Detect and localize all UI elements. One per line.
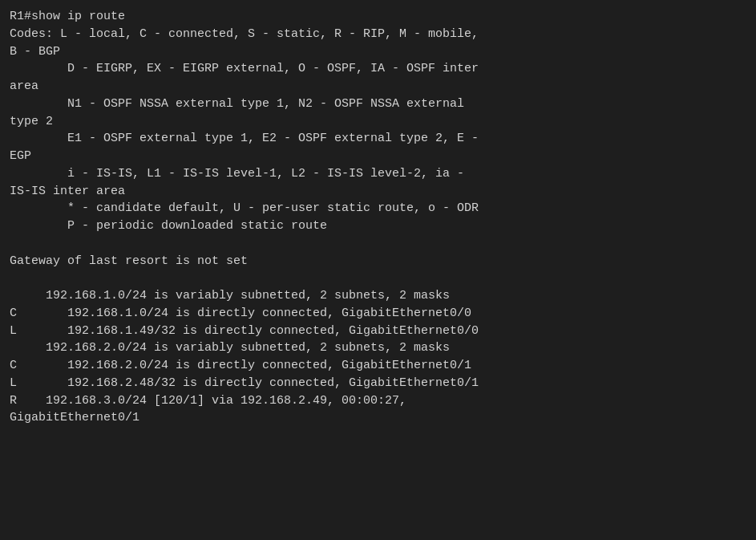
terminal-output: R1#show ip route Codes: L - local, C - c… bbox=[10, 8, 746, 427]
terminal-window: R1#show ip route Codes: L - local, C - c… bbox=[0, 0, 756, 540]
